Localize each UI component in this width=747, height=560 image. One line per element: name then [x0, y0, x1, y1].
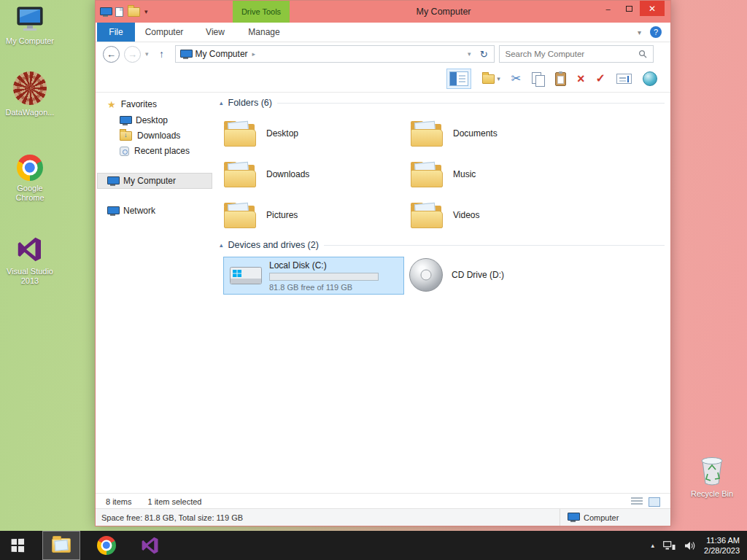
desktop-icon-label: My Computer	[6, 36, 54, 46]
maximize-icon	[626, 6, 632, 12]
folder-item-music[interactable]: Music	[408, 154, 595, 195]
devices-group-header[interactable]: ▴ Devices and drives (2)	[220, 240, 665, 250]
system-tray: ▴ 11:36 AM 2/28/2023	[651, 535, 747, 556]
drive-item-cd[interactable]: CD Drive (D:)	[409, 258, 504, 292]
system-menu-icon[interactable]	[100, 7, 111, 17]
up-button[interactable]: ↑	[153, 46, 171, 63]
minimize-button[interactable]: –	[597, 1, 619, 16]
sidebar-item-downloads[interactable]: Downloads	[120, 128, 180, 143]
close-button[interactable]: ✕	[640, 1, 665, 16]
drive-name: CD Drive (D:)	[452, 270, 504, 280]
address-bar-row: ← → ▾ ↑ My Computer ▸ ▾ ↻	[96, 43, 670, 65]
chevron-down-icon[interactable]: ▾	[497, 75, 500, 82]
search-input[interactable]	[506, 50, 638, 58]
desktop-icon-visual-studio[interactable]: Visual Studio 2013	[3, 235, 57, 286]
address-dropdown-icon[interactable]: ▾	[465, 50, 474, 58]
desktop-icon-datawagon[interactable]: DataWagon...	[3, 71, 57, 117]
select-button[interactable]: ✓	[596, 73, 605, 85]
forward-button[interactable]: →	[124, 46, 141, 63]
taskbar: ▴ 11:36 AM 2/28/2023	[0, 531, 747, 560]
folder-item-videos[interactable]: Videos	[408, 195, 595, 236]
tab-computer[interactable]: Computer	[135, 23, 193, 42]
title-bar[interactable]: ▾ Drive Tools My Computer – ✕	[96, 1, 670, 23]
sidebar-item-network[interactable]: Network	[107, 203, 155, 218]
rename-button[interactable]	[616, 74, 632, 84]
desktop-icon-recycle-bin[interactable]: Recycle Bin	[686, 454, 738, 499]
copy-button[interactable]	[532, 72, 544, 86]
help-button[interactable]: ?	[650, 26, 662, 38]
network-globe-icon[interactable]	[643, 71, 657, 86]
collapse-arrow-icon[interactable]: ▴	[220, 241, 223, 249]
address-box[interactable]: My Computer ▸ ▾ ↻	[175, 45, 495, 63]
thumbnails-view-icon[interactable]	[649, 497, 660, 507]
breadcrumb-arrow-icon[interactable]: ▸	[252, 50, 256, 58]
maximize-button[interactable]	[619, 1, 640, 16]
tray-time: 11:36 AM	[704, 535, 740, 545]
network-tray-icon[interactable]	[663, 541, 676, 551]
items-count: 8 items	[106, 497, 131, 506]
sidebar-item-my-computer[interactable]: My Computer	[107, 174, 176, 188]
history-dropdown-icon[interactable]: ▾	[145, 50, 149, 58]
downloads-icon	[120, 131, 132, 141]
folder-item-pictures[interactable]: Pictures	[221, 195, 408, 236]
sidebar-item-label: Favorites	[121, 99, 157, 109]
chevron-down-icon[interactable]: ▾	[638, 28, 641, 36]
breadcrumb[interactable]: My Computer	[196, 49, 248, 59]
sidebar-item-recent-places[interactable]: Recent places	[120, 144, 190, 158]
group-rule	[324, 245, 665, 246]
cut-button[interactable]: ✂	[511, 73, 521, 85]
search-box[interactable]	[499, 45, 654, 63]
sidebar-item-favorites[interactable]: ★ Favorites	[107, 97, 157, 112]
volume-tray-icon[interactable]	[684, 541, 695, 551]
folder-icon	[410, 161, 444, 188]
drive-item-local-disk[interactable]: Local Disk (C:) 81.8 GB free of 119 GB	[223, 257, 404, 295]
sidebar-item-label: Downloads	[137, 131, 180, 141]
taskbar-file-explorer-button[interactable]	[42, 531, 80, 560]
info-bar: Space free: 81.8 GB, Total size: 119 GB …	[96, 508, 670, 526]
chrome-icon	[97, 536, 116, 555]
drive-name: Local Disk (C:)	[269, 260, 379, 271]
folder-item-downloads[interactable]: Downloads	[221, 154, 408, 195]
start-button[interactable]	[0, 531, 35, 560]
taskbar-chrome-button[interactable]	[89, 531, 124, 560]
drive-tools-badge[interactable]: Drive Tools	[233, 1, 290, 23]
desktop-icon-my-computer[interactable]: My Computer	[3, 6, 57, 46]
computer-icon	[107, 176, 118, 186]
ribbon-right-controls: ▾ ?	[638, 23, 670, 42]
monitor-icon	[15, 6, 44, 34]
tab-view[interactable]: View	[193, 23, 237, 42]
search-icon[interactable]	[638, 50, 647, 58]
folder-label: Desktop	[266, 128, 298, 139]
taskbar-visual-studio-button[interactable]	[133, 531, 168, 560]
clock[interactable]: 11:36 AM 2/28/2023	[704, 535, 740, 556]
sidebar-item-desktop[interactable]: Desktop	[120, 113, 168, 128]
explorer-window: ▾ Drive Tools My Computer – ✕ File Compu…	[95, 0, 671, 526]
qat-properties-icon[interactable]	[115, 7, 123, 17]
preview-pane-toggle[interactable]	[446, 69, 471, 89]
paste-button[interactable]	[555, 72, 566, 86]
group-header-label: Devices and drives (2)	[228, 240, 319, 250]
tab-manage[interactable]: Manage	[237, 23, 291, 42]
new-folder-button[interactable]: ▾	[482, 74, 500, 84]
refresh-icon[interactable]: ↻	[479, 49, 489, 60]
tray-expand-icon[interactable]: ▴	[651, 542, 655, 549]
qat-dropdown-icon[interactable]: ▾	[144, 8, 148, 15]
folders-group-header[interactable]: ▴ Folders (6)	[220, 98, 665, 108]
delete-button[interactable]: ×	[577, 72, 585, 85]
tab-file[interactable]: File	[97, 23, 135, 42]
sidebar-item-label: My Computer	[123, 176, 176, 186]
desktop-icon-label: Google Chrome	[3, 184, 57, 203]
folder-item-desktop[interactable]: Desktop	[221, 113, 408, 154]
desktop-icon-chrome[interactable]: Google Chrome	[3, 155, 57, 203]
sidebar-item-label: Recent places	[134, 146, 190, 156]
folder-icon	[410, 120, 444, 147]
collapse-arrow-icon[interactable]: ▴	[220, 99, 223, 106]
location-label: Computer	[584, 513, 619, 522]
details-view-icon[interactable]	[631, 497, 643, 506]
cd-drive-icon	[409, 258, 443, 292]
back-button[interactable]: ←	[103, 46, 120, 63]
folder-label: Videos	[453, 210, 479, 220]
qat-new-folder-icon[interactable]	[128, 7, 140, 17]
folder-item-documents[interactable]: Documents	[408, 113, 595, 154]
windows-logo-icon	[12, 539, 24, 553]
